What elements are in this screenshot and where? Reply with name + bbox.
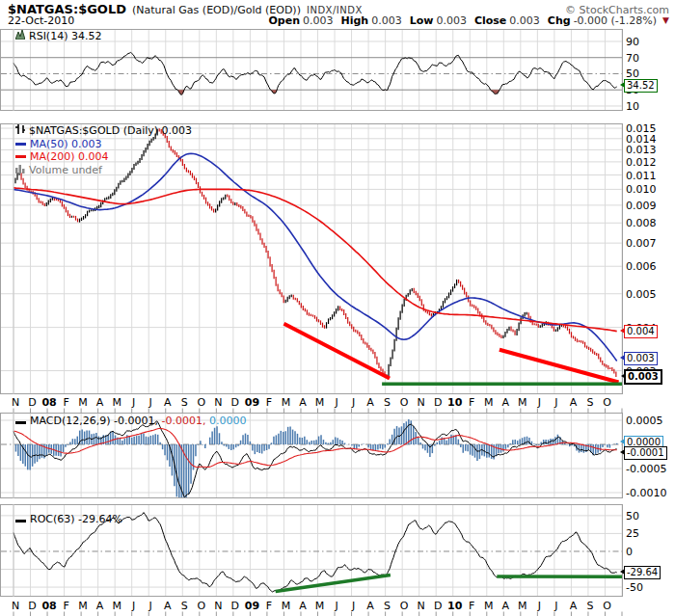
roc-legend: ROC(63) -29.64% [15, 513, 122, 526]
month-label: M [112, 600, 122, 612]
ma50-legend-label: MA(50) 0.003 [30, 138, 102, 151]
stockcharts-chart: $NATGAS:$GOLD (Natural Gas (EOD)/Gold (E… [0, 0, 675, 616]
month-label: F [469, 600, 474, 612]
month-label: M [518, 600, 527, 612]
y-axis-label: 0.013 [626, 144, 657, 156]
main-legend: $NATGAS:$GOLD (Daily) 0.003 MA(50) 0.003… [15, 124, 192, 176]
ma50-value-box-text: 0.003 [627, 353, 655, 363]
y-axis-label: 0.010 [626, 183, 657, 196]
ohlc-bars-icon [15, 124, 25, 138]
macd-legend-label: MACD(12,26,9) [30, 415, 111, 427]
roc-value-box: -29.64 [624, 566, 661, 579]
chart-date: 22-Oct-2010 [8, 14, 74, 27]
month-label: S [181, 600, 188, 612]
price-legend-label: $NATGAS:$GOLD (Daily) 0.003 [29, 124, 192, 138]
rsi-value-box: 34.52 [624, 79, 658, 93]
quote-label: Low [410, 14, 434, 27]
y-axis-label: 0.009 [626, 200, 657, 212]
month-label: O [603, 600, 611, 612]
month-label: N [12, 600, 19, 612]
quote-open: Open0.003 [268, 14, 333, 27]
month-label: D [28, 396, 36, 409]
quote-close: Close0.003 [474, 14, 540, 27]
quote-label: Chg [548, 14, 571, 27]
ma50-color-dash [15, 143, 26, 146]
quote-high: High0.003 [341, 14, 402, 27]
month-label: J [351, 600, 355, 612]
roc-value-box-text: -29.64 [627, 567, 658, 577]
month-label: M [484, 396, 494, 409]
y-axis-label: 0.008 [626, 217, 657, 229]
month-label: J [351, 396, 355, 409]
month-label: J [148, 600, 152, 612]
month-label: J [537, 396, 541, 409]
month-label: S [384, 396, 391, 409]
month-label: O [197, 396, 205, 409]
y-axis-label: 0.005 [626, 288, 657, 301]
quote-value: 0.003 [303, 14, 334, 27]
month-label: M [78, 396, 88, 409]
month-label: D [434, 396, 442, 409]
month-label: M [112, 396, 122, 409]
date-axis-1: ND08FMAMJJASOND09FMAMJJASOND10FMAMJJASO [0, 394, 675, 413]
month-label: A [366, 396, 374, 409]
price-value-box-text: 0.003 [628, 371, 659, 382]
month-label: A [96, 396, 104, 409]
ma200-value-box: 0.004 [624, 325, 658, 338]
month-label: O [400, 600, 409, 612]
ma200-legend-label: MA(200) 0.004 [30, 150, 109, 164]
rsi-area-icon [15, 30, 25, 43]
month-label: F [63, 396, 68, 409]
month-label: J [334, 396, 338, 409]
price-value-box: 0.003 [624, 369, 662, 385]
y-axis-label: 0.012 [626, 156, 657, 169]
quote-label: Close [474, 14, 506, 27]
month-label: 10 [447, 396, 463, 409]
month-label: N [214, 600, 222, 612]
y-axis-label: -50 [626, 581, 643, 594]
y-axis-label: 25 [626, 527, 639, 540]
macd-hist-value: 0.0000 [209, 415, 247, 427]
month-label: 08 [41, 396, 56, 409]
month-label: M [78, 600, 88, 612]
macd-value-box-text: -0.0001 [627, 447, 664, 458]
month-label: M [484, 600, 494, 612]
month-label: A [366, 600, 374, 612]
month-label: M [315, 600, 325, 612]
month-label: A [502, 600, 510, 612]
month-label: N [418, 396, 425, 409]
roc-color-dash [15, 520, 26, 522]
month-label: S [384, 600, 391, 612]
quote-value: 0.003 [371, 14, 402, 27]
y-axis-label: 10 [626, 100, 639, 111]
month-label: O [603, 396, 611, 409]
month-label: J [148, 396, 152, 409]
macd-hist-value-box-text: 0.0000 [627, 437, 661, 447]
change-down-icon: ▼ [662, 15, 669, 25]
month-label: A [299, 600, 307, 612]
month-label: N [12, 396, 19, 409]
ma50-value-box: 0.003 [624, 352, 658, 365]
quote-chg: Chg-0.000 (-1.28%) [548, 14, 657, 27]
month-label: A [164, 396, 172, 409]
month-label: D [434, 600, 442, 612]
month-label: A [570, 600, 578, 612]
rsi-legend-label: RSI(14) 34.52 [29, 30, 101, 42]
quote-value: -0.000 (-1.28%) [574, 14, 657, 27]
date-axis-2: ND08FMAMJJASOND09FMAMJJASOND10FMAMJJASO [0, 598, 675, 616]
month-label: J [554, 396, 557, 409]
month-label: A [164, 600, 172, 612]
header-row-2: 22-Oct-2010 Open0.003High0.003Low0.003Cl… [8, 14, 669, 27]
month-label: 09 [245, 600, 259, 612]
month-label: J [537, 600, 541, 612]
y-axis-label: 70 [626, 52, 639, 65]
macd-signal-value: -0.0001, [162, 415, 206, 427]
y-axis-label: 0.006 [626, 260, 657, 273]
y-axis-label: 0.0005 [626, 415, 663, 427]
month-label: F [266, 396, 272, 409]
month-label: A [96, 600, 104, 612]
volume-legend-label: Volume undef [29, 164, 102, 177]
month-label: S [181, 396, 188, 409]
month-label: A [502, 396, 510, 409]
y-axis-label: -0.0005 [626, 463, 666, 475]
